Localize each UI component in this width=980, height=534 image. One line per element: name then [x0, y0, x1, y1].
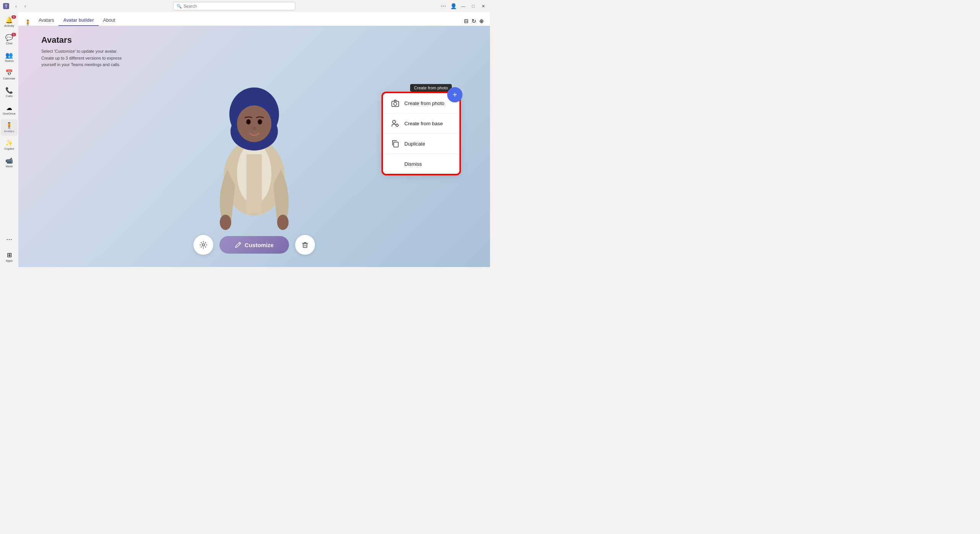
avatar-figure: [201, 55, 308, 238]
search-icon: 🔍: [177, 4, 182, 9]
refresh-button[interactable]: ↻: [472, 18, 476, 24]
app-tab-icon: 🧍: [24, 19, 31, 26]
settings-icon: [199, 241, 208, 249]
sidebar-item-avatars[interactable]: 🧍 Avatars: [1, 119, 18, 136]
svg-point-19: [393, 120, 396, 123]
nav-forward-button[interactable]: ›: [21, 2, 29, 10]
tab-avatar-builder[interactable]: Avatar builder: [58, 15, 98, 26]
sidebar-item-apps-label: Apps: [6, 259, 13, 262]
page-header: Avatars Select 'Customize' to update you…: [41, 35, 125, 68]
sidebar: 🔔 Activity 9 💬 Chat 3 👥 Teams 📅 Calendar…: [0, 12, 18, 267]
nav-back-button[interactable]: ‹: [12, 2, 20, 10]
search-input[interactable]: [183, 4, 292, 8]
svg-point-15: [202, 244, 204, 246]
sidebar-item-avatars-label: Avatars: [4, 129, 15, 133]
sidebar-item-onedrive-label: OneDrive: [3, 112, 16, 115]
avatars-nav-icon: 🧍: [5, 123, 13, 129]
customize-button[interactable]: Customize: [219, 236, 289, 254]
sidebar-item-calls-label: Calls: [6, 94, 13, 98]
sidebar-item-teams[interactable]: 👥 Teams: [1, 49, 18, 66]
content-area: 🧍 Avatars Avatar builder About ⊟ ↻ ⊕: [18, 12, 490, 267]
sidebar-item-activity[interactable]: 🔔 Activity 9: [1, 14, 18, 31]
ellipsis-button[interactable]: ⋯: [440, 2, 447, 10]
sidebar-item-calls[interactable]: 📞 Calls: [1, 84, 18, 101]
minimize-button[interactable]: —: [459, 2, 467, 10]
avatar-content: Avatars Select 'Customize' to update you…: [18, 26, 490, 267]
create-from-base-item[interactable]: Create from base: [383, 113, 459, 134]
dropdown-menu: Create from photo: [383, 93, 459, 174]
activity-badge: 9: [11, 15, 16, 19]
settings-button[interactable]: [193, 235, 213, 255]
svg-point-12: [252, 127, 256, 130]
svg-rect-17: [392, 101, 399, 107]
svg-point-13: [220, 215, 231, 230]
calls-icon: 📞: [5, 87, 13, 94]
more-icon: ⋯: [6, 236, 12, 243]
sidebar-item-onedrive[interactable]: ☁ OneDrive: [1, 102, 18, 118]
title-bar-search[interactable]: 🔍: [173, 2, 295, 10]
sidebar-item-copilot[interactable]: ✨ Copilot: [1, 137, 18, 154]
dismiss-label: Dismiss: [404, 161, 422, 167]
sidebar-item-copilot-label: Copilot: [5, 147, 14, 150]
trash-icon: [302, 241, 308, 248]
customize-label: Customize: [245, 242, 274, 248]
sidebar-item-calendar[interactable]: 📅 Calendar: [1, 66, 18, 83]
add-avatar-button[interactable]: +: [447, 87, 462, 102]
tab-about-label: About: [103, 18, 115, 23]
tab-bar: 🧍 Avatars Avatar builder About ⊟ ↻ ⊕: [18, 12, 490, 26]
avatar-svg: [201, 55, 308, 238]
meet-icon: 📹: [5, 158, 13, 164]
tab-about[interactable]: About: [99, 15, 120, 26]
calendar-icon: 📅: [5, 70, 13, 76]
tab-avatars-label: Avatars: [39, 18, 54, 23]
maximize-button[interactable]: □: [469, 2, 477, 10]
chat-badge: 3: [11, 33, 16, 36]
delete-button[interactable]: [295, 235, 315, 255]
create-from-photo-label: Create from photo: [404, 100, 445, 106]
tab-avatar-builder-label: Avatar builder: [63, 18, 94, 23]
dismiss-icon: [391, 159, 400, 168]
duplicate-label: Duplicate: [404, 141, 425, 147]
tab-avatars[interactable]: Avatars: [34, 15, 58, 26]
pencil-icon: [235, 241, 242, 248]
svg-rect-21: [394, 142, 398, 147]
title-bar: T ‹ › 🔍 ⋯ 👤 — □ ✕: [0, 0, 490, 12]
sidebar-item-apps[interactable]: ⊞ Apps: [1, 249, 18, 265]
sidebar-item-more[interactable]: ⋯: [1, 231, 18, 248]
camera-icon: [391, 99, 400, 108]
people-settings-icon: [391, 119, 400, 128]
title-bar-left: T ‹ ›: [3, 2, 29, 10]
sidebar-item-chat-label: Chat: [6, 42, 13, 45]
svg-point-7: [237, 105, 271, 142]
svg-text:T: T: [5, 4, 7, 8]
dropdown-wrapper: Create from photo +: [383, 87, 459, 174]
title-bar-right: ⋯ 👤 — □ ✕: [440, 2, 487, 10]
page-title: Avatars: [41, 35, 125, 45]
sidebar-item-meet[interactable]: 📹 Meet: [1, 154, 18, 171]
page-description: Select 'Customize' to update your avatar…: [41, 48, 125, 68]
sidebar-item-calendar-label: Calendar: [3, 77, 15, 80]
teams-logo: T: [3, 3, 9, 9]
popout-button[interactable]: ⊟: [464, 18, 469, 24]
duplicate-icon: [391, 139, 400, 148]
more-options-button[interactable]: ⊕: [479, 18, 484, 24]
sidebar-item-teams-label: Teams: [5, 59, 14, 63]
duplicate-item[interactable]: Duplicate: [383, 134, 459, 154]
dropdown-container: Create from photo +: [383, 87, 459, 174]
svg-point-20: [396, 124, 398, 126]
bottom-bar: Customize: [193, 235, 315, 255]
close-button[interactable]: ✕: [479, 2, 487, 10]
profile-button[interactable]: 👤: [449, 2, 457, 10]
tab-bar-actions: ⊟ ↻ ⊕: [464, 18, 484, 26]
svg-point-18: [394, 102, 397, 105]
sidebar-item-meet-label: Meet: [6, 165, 13, 168]
teams-icon: 👥: [5, 52, 13, 58]
svg-point-14: [277, 215, 289, 230]
dismiss-item[interactable]: Dismiss: [383, 154, 459, 174]
dropdown-tooltip: Create from photo: [410, 84, 452, 92]
sidebar-item-chat[interactable]: 💬 Chat 3: [1, 31, 18, 48]
svg-point-11: [258, 120, 261, 124]
add-avatar-icon: +: [453, 91, 457, 99]
create-from-base-label: Create from base: [404, 121, 443, 126]
copilot-icon: ✨: [5, 140, 13, 146]
